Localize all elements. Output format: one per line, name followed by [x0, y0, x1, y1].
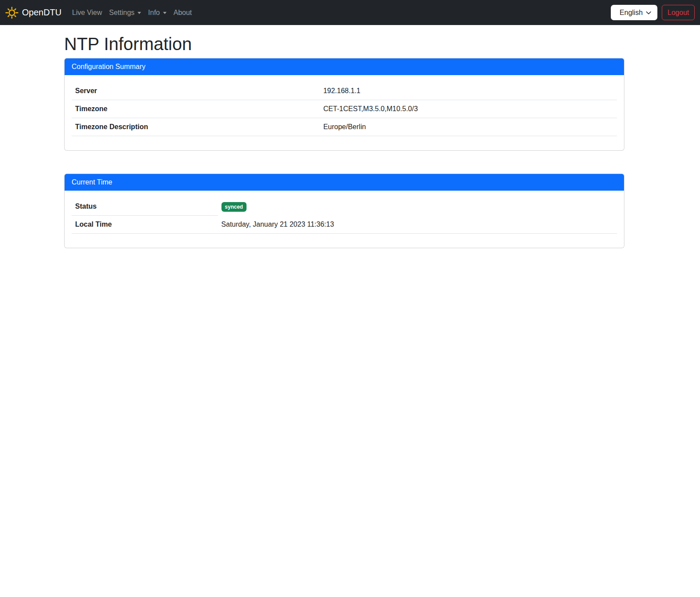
card-body: Server 192.168.1.1 Timezone CET-1CEST,M3…: [65, 75, 624, 150]
nav-item-label: Info: [148, 9, 160, 17]
row-value: 192.168.1.1: [320, 82, 617, 100]
table-row: Status synced: [72, 198, 617, 216]
card-header: Current Time: [65, 174, 624, 191]
configuration-summary-table: Server 192.168.1.1 Timezone CET-1CEST,M3…: [72, 82, 617, 136]
caret-down-icon: [163, 12, 167, 14]
caret-down-icon: [138, 12, 141, 14]
row-label: Timezone: [72, 100, 320, 118]
nav-item-about[interactable]: About: [170, 5, 196, 20]
current-time-table: Status synced Local Time Saturday, Janua…: [72, 198, 617, 234]
nav-item-label: Live View: [72, 9, 102, 17]
row-value: synced: [218, 198, 617, 216]
card-header: Configuration Summary: [65, 58, 624, 75]
navbar-right: English Logout: [611, 5, 695, 20]
row-label: Timezone Description: [72, 118, 320, 136]
card-body: Status synced Local Time Saturday, Janua…: [65, 191, 624, 248]
table-row: Timezone CET-1CEST,M3.5.0,M10.5.0/3: [72, 100, 617, 118]
table-row: Timezone Description Europe/Berlin: [72, 118, 617, 136]
row-label: Server: [72, 82, 320, 100]
configuration-summary-card: Configuration Summary Server 192.168.1.1…: [64, 58, 624, 151]
page-title: NTP Information: [64, 33, 624, 54]
nav-item-live-view[interactable]: Live View: [69, 5, 105, 20]
row-value: Europe/Berlin: [320, 118, 617, 136]
row-value: CET-1CEST,M3.5.0,M10.5.0/3: [320, 100, 617, 118]
main-content: NTP Information Configuration Summary Se…: [64, 25, 624, 248]
table-row: Local Time Saturday, January 21 2023 11:…: [72, 216, 617, 234]
nav-item-label: About: [174, 9, 192, 17]
language-select-value: English: [620, 9, 642, 17]
language-select[interactable]: English: [611, 5, 657, 20]
row-value: Saturday, January 21 2023 11:36:13: [218, 216, 617, 234]
logout-button[interactable]: Logout: [662, 5, 695, 20]
navbar: OpenDTU Live View Settings Info About En…: [0, 0, 700, 25]
nav-item-settings[interactable]: Settings: [105, 5, 145, 20]
row-label: Local Time: [72, 216, 218, 234]
brand[interactable]: OpenDTU: [5, 6, 62, 19]
current-time-card: Current Time Status synced Local Time Sa…: [64, 174, 624, 248]
nav-item-label: Settings: [109, 9, 134, 17]
row-label: Status: [72, 198, 218, 216]
nav-menu: Live View Settings Info About: [69, 5, 196, 20]
status-badge: synced: [221, 202, 247, 212]
sun-icon: [5, 6, 18, 19]
nav-item-info[interactable]: Info: [145, 5, 170, 20]
chevron-down-icon: [646, 10, 652, 16]
navbar-left: OpenDTU Live View Settings Info About: [5, 5, 196, 20]
table-row: Server 192.168.1.1: [72, 82, 617, 100]
brand-label: OpenDTU: [22, 7, 62, 18]
